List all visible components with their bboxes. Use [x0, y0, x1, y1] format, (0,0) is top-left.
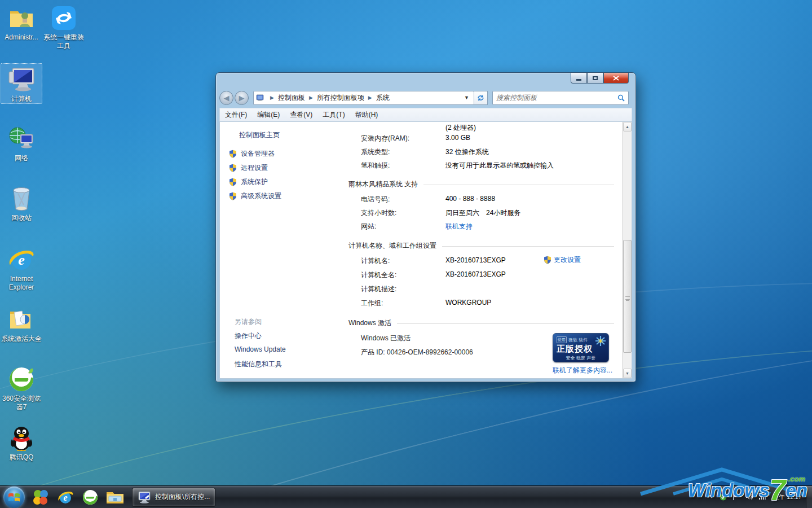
user-folder-icon: [8, 5, 35, 32]
desktop-icon-network[interactable]: 网络: [1, 125, 42, 163]
close-button[interactable]: [603, 73, 629, 84]
desktop-icon-label: 系统一键重装工具: [43, 33, 85, 50]
active-task-control-panel[interactable]: 控制面板\所有控...: [132, 488, 215, 507]
uac-shield-icon: [229, 150, 237, 158]
uac-shield-icon: [229, 164, 237, 172]
field-label: 工作组:: [361, 299, 383, 308]
sidebar-performance-tools[interactable]: 性能信息和工具: [235, 360, 282, 369]
breadcrumb-system[interactable]: 系统: [375, 93, 391, 103]
section-title: Windows 激活: [348, 318, 391, 328]
show-desktop-button[interactable]: [806, 486, 812, 508]
field-label: 支持小时数:: [361, 208, 396, 218]
menu-edit[interactable]: 编辑(E): [252, 108, 285, 121]
field-value: 周日至周六 24小时服务: [445, 208, 520, 218]
desktop-icon-label: 网络: [1, 154, 42, 163]
vertical-scrollbar[interactable]: ▲ ▼: [622, 122, 632, 378]
menu-view[interactable]: 查看(V): [285, 108, 317, 121]
field-value: 400 - 888 - 8888: [445, 195, 495, 203]
sidebar-system-protection[interactable]: 系统保护: [229, 177, 268, 187]
network-globe-icon: [8, 125, 35, 152]
section-title: 雨林木风精品系统 支持: [348, 179, 418, 189]
navigation-bar: ◀ ▶ ▶ 控制面板 ▶ 所有控制面板项 ▶ 系统 ▼: [219, 89, 632, 107]
window-titlebar[interactable]: [216, 73, 636, 90]
computer-name-section-header: 计算机名称、域和工作组设置: [348, 241, 614, 251]
field-value: XB-20160713EXGP: [445, 256, 506, 264]
scrollbar-thumb[interactable]: [623, 240, 632, 353]
field-value: 3.00 GB: [445, 134, 470, 142]
menu-tools[interactable]: 工具(T): [317, 108, 350, 121]
system-tray: 上午 11:17: [705, 485, 804, 508]
task-computer-icon: [138, 491, 151, 503]
active-task-label: 控制面板\所有控...: [155, 492, 210, 502]
breadcrumb-all-items[interactable]: 所有控制面板项: [316, 93, 365, 103]
online-support-link[interactable]: 联机支持: [445, 222, 473, 231]
badge-bottom-line: 安全 稳定 声誉: [557, 355, 605, 361]
recycle-bin-icon: [8, 185, 35, 212]
ie-icon: e: [8, 246, 35, 273]
sidebar-item-label: 高级系统设置: [241, 191, 281, 201]
menu-bar: 文件(F) 编辑(E) 查看(V) 工具(T) 帮助(H): [219, 108, 632, 121]
see-also-header: 另请参阅: [235, 317, 262, 327]
desktop: Administr... 系统一键重装工具 计算机 网络 回收站 e Inter…: [0, 0, 812, 508]
processor-overflow-text: (2 处理器): [445, 123, 476, 133]
taskbar-ie-icon[interactable]: e: [53, 487, 78, 508]
desktop-icon-reinstall-tool[interactable]: 系统一键重装工具: [43, 5, 85, 50]
sidebar: 控制面板主页 设备管理器 远程设置 系统保护 高级系统设置 另请参阅: [220, 122, 334, 378]
minimize-button[interactable]: [571, 73, 587, 84]
taskbar-360-browser-icon[interactable]: [78, 487, 103, 508]
sidebar-device-manager[interactable]: 设备管理器: [229, 149, 275, 159]
desktop-icon-qq[interactable]: 腾讯QQ: [1, 424, 42, 462]
taskbar-colorful-app-icon[interactable]: [28, 487, 53, 508]
taskbar: e 控制面板\所有控... 上午 11:17: [0, 485, 812, 508]
tray-action-center-flag-icon[interactable]: [731, 492, 740, 501]
search-input[interactable]: [496, 94, 617, 102]
desktop-icon-label: Administr...: [1, 33, 42, 42]
breadcrumb-separator-icon: ▶: [306, 95, 316, 100]
sidebar-action-center[interactable]: 操作中心: [235, 331, 262, 341]
learn-more-online-link[interactable]: 联机了解更多内容...: [553, 366, 612, 375]
tray-expand-icon[interactable]: [705, 492, 714, 501]
desktop-icon-internet-explorer[interactable]: e Internet Explorer: [1, 246, 42, 292]
taskbar-explorer-icon[interactable]: [103, 487, 127, 508]
sidebar-windows-update[interactable]: Windows Update: [235, 345, 286, 353]
activation-status: Windows 已激活: [361, 334, 411, 343]
taskbar-clock[interactable]: 上午 11:17: [770, 493, 804, 501]
genuine-software-badge[interactable]: 使用微软 软件 正版授权 安全 稳定 声誉: [553, 333, 609, 362]
scroll-up-button[interactable]: ▲: [623, 122, 632, 132]
back-button[interactable]: ◀: [219, 91, 233, 105]
sidebar-advanced-settings[interactable]: 高级系统设置: [229, 191, 281, 201]
system-window: ◀ ▶ ▶ 控制面板 ▶ 所有控制面板项 ▶ 系统 ▼ 文件(F) 编辑(: [215, 72, 636, 382]
maximize-icon: [593, 76, 598, 80]
address-bar[interactable]: ▶ 控制面板 ▶ 所有控制面板项 ▶ 系统 ▼: [253, 91, 474, 105]
desktop-icon-label: 计算机: [1, 95, 42, 103]
tray-security-icon[interactable]: [718, 492, 727, 501]
sidebar-item-label: 设备管理器: [241, 149, 275, 159]
field-value: WORKGROUP: [445, 299, 491, 306]
desktop-icon-recycle-bin[interactable]: 回收站: [1, 185, 42, 222]
field-value: 没有可用于此显示器的笔或触控输入: [445, 161, 554, 170]
search-box[interactable]: [492, 91, 629, 105]
tray-network-icon[interactable]: [757, 492, 766, 501]
field-label: 安装内存(RAM):: [361, 134, 409, 143]
system-info-panel: (2 处理器) 安装内存(RAM): 3.00 GB 系统类型: 32 位操作系…: [334, 122, 622, 378]
menu-file[interactable]: 文件(F): [220, 108, 252, 121]
desktop-icon-administrator[interactable]: Administr...: [1, 5, 42, 42]
tray-volume-icon[interactable]: [744, 492, 753, 501]
maximize-button[interactable]: [587, 73, 603, 84]
desktop-icon-activation-folder[interactable]: 系统激活大全: [1, 306, 42, 343]
genuine-star-icon: [595, 335, 606, 347]
menu-help[interactable]: 帮助(H): [350, 108, 383, 121]
windows-flag-icon: [8, 492, 20, 503]
start-button[interactable]: [3, 487, 25, 508]
system-page-icon: [256, 94, 264, 102]
breadcrumb-control-panel[interactable]: 控制面板: [277, 93, 306, 103]
refresh-button[interactable]: [474, 91, 488, 105]
sidebar-remote-settings[interactable]: 远程设置: [229, 163, 268, 173]
address-dropdown-icon[interactable]: ▼: [462, 95, 471, 100]
scroll-down-button[interactable]: ▼: [623, 369, 632, 378]
desktop-icon-360-browser[interactable]: 360安全浏览器7: [1, 366, 42, 411]
change-settings-link[interactable]: 更改设置: [544, 255, 581, 265]
forward-button[interactable]: ▶: [235, 91, 249, 105]
sidebar-control-panel-home[interactable]: 控制面板主页: [239, 130, 280, 140]
desktop-icon-computer[interactable]: 计算机: [1, 63, 42, 104]
